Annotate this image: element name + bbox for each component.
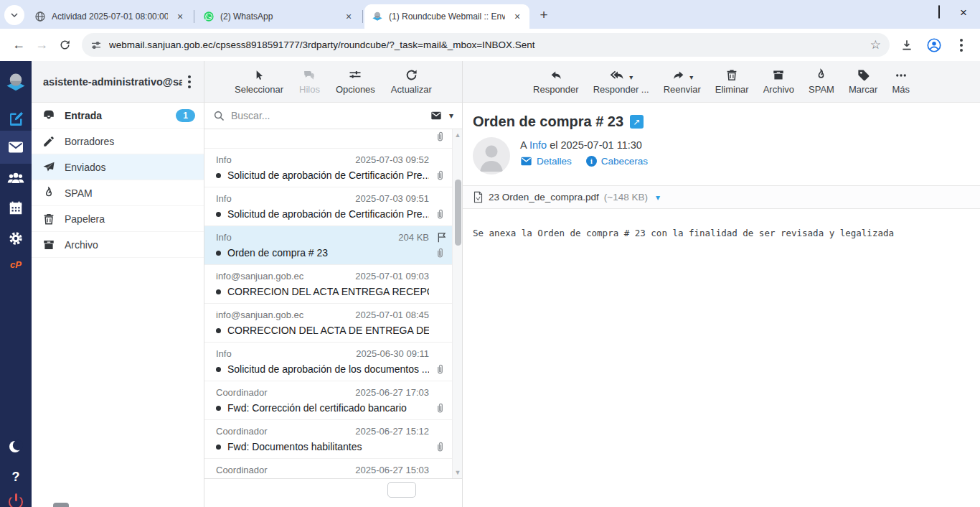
- mail-nav-button[interactable]: [0, 131, 32, 164]
- bookmark-star-icon[interactable]: ☆: [870, 37, 881, 52]
- options-button[interactable]: Opciones: [336, 68, 375, 95]
- tab-search-button[interactable]: [4, 5, 24, 25]
- list-scrollbar[interactable]: ▲ ▼: [452, 129, 462, 478]
- tab-roundcube-active[interactable]: (1) Roundcube Webmail :: Envia ×: [364, 4, 529, 29]
- search-input[interactable]: [231, 110, 423, 121]
- message-row[interactable]: Info2025-06-30 09:11 Solicitud de aproba…: [204, 343, 462, 381]
- search-scope-mail-icon[interactable]: [429, 110, 443, 121]
- scrollbar-thumb[interactable]: [455, 180, 461, 246]
- open-in-new-window-icon[interactable]: ↗: [630, 115, 644, 129]
- forward-caret-icon[interactable]: ▾: [689, 73, 693, 81]
- select-button[interactable]: Seleccionar: [235, 68, 283, 95]
- more-label: Más: [892, 84, 910, 95]
- details-link[interactable]: Detalles: [520, 156, 572, 167]
- spam-button[interactable]: SPAM: [809, 68, 834, 95]
- attachment-size: (~148 KB): [604, 192, 648, 203]
- tab-actividad[interactable]: Actividad 2025-07-01 08:00:00 ×: [27, 4, 192, 29]
- message-row[interactable]: Coordinador2025-06-27 17:03 Fwd: Correcc…: [204, 381, 462, 420]
- tab-title: (2) WhatsApp: [220, 11, 336, 22]
- delete-button[interactable]: Eliminar: [715, 68, 749, 95]
- spam-label: SPAM: [809, 84, 834, 95]
- message-row[interactable]: Solicitud de aprobación de Certificación…: [204, 129, 462, 149]
- folder-borradores[interactable]: Borradores: [32, 129, 204, 154]
- browser-menu-icon[interactable]: [950, 34, 973, 57]
- reply-all-caret-icon[interactable]: ▾: [629, 73, 633, 81]
- message-subject-row: Orden de compra # 23 ↗: [463, 103, 980, 130]
- recipient-link[interactable]: Info: [529, 139, 547, 151]
- more-button[interactable]: Más: [892, 68, 910, 95]
- search-options-caret-icon[interactable]: ▾: [449, 111, 453, 121]
- profile-avatar-icon[interactable]: [923, 34, 946, 57]
- folder-enviados[interactable]: Enviados: [32, 154, 204, 180]
- message-row-selected[interactable]: Info204 KB Orden de compra # 23: [204, 226, 462, 265]
- logout-button[interactable]: [0, 487, 32, 507]
- roundcube-app: cP ? asistente-administrativo@sa... Entr…: [0, 61, 980, 507]
- tab-whatsapp[interactable]: (2) WhatsApp ×: [196, 4, 361, 29]
- message-row[interactable]: info@sanjuan.gob.ec2025-07-01 09:03 CORR…: [204, 265, 462, 304]
- site-settings-icon[interactable]: [90, 39, 102, 51]
- calendar-nav-button[interactable]: [0, 193, 32, 223]
- message-row[interactable]: Info2025-07-03 09:51 Solicitud de aproba…: [204, 187, 462, 226]
- folder-archivo[interactable]: Archivo: [32, 232, 204, 258]
- threads-button[interactable]: Hilos: [299, 68, 320, 95]
- mark-button[interactable]: Marcar: [849, 68, 877, 95]
- forward-button[interactable]: →: [30, 34, 53, 57]
- close-icon[interactable]: ×: [960, 6, 967, 19]
- address-bar[interactable]: webmail.sanjuan.gob.ec/cpsess8918591777/…: [82, 33, 890, 57]
- scroll-up-icon[interactable]: ▲: [454, 131, 461, 139]
- msg-subject: CORRECCION DEL ACTA DE ENTREGA DE L...: [227, 322, 429, 339]
- account-menu-icon[interactable]: [182, 75, 197, 88]
- reply-all-button[interactable]: ▾ Responder ...: [593, 68, 649, 95]
- refresh-button[interactable]: Actualizar: [391, 68, 432, 95]
- archive-icon: [42, 238, 55, 251]
- mail-icon: [7, 139, 24, 156]
- message-row[interactable]: Info2025-07-03 09:52 Solicitud de aproba…: [204, 149, 462, 187]
- cpanel-link[interactable]: cP: [0, 249, 32, 279]
- message-row[interactable]: info@sanjuan.gob.ec2025-07-01 08:45 CORR…: [204, 304, 462, 343]
- attachment-name[interactable]: 23 Orden_de_compra.pdf: [489, 192, 599, 203]
- compose-button[interactable]: [0, 104, 32, 134]
- folder-papelera[interactable]: Papelera: [32, 206, 204, 232]
- restore-icon[interactable]: [938, 6, 940, 19]
- headers-link[interactable]: i Cabeceras: [586, 156, 648, 167]
- tab-close-icon[interactable]: ×: [511, 10, 524, 23]
- folder-label: Borradores: [65, 136, 114, 147]
- account-email: asistente-administrativo@sa...: [43, 76, 182, 88]
- archive-icon: [772, 68, 785, 82]
- tab-separator: [362, 10, 363, 23]
- back-button[interactable]: ←: [7, 34, 30, 57]
- scroll-down-icon[interactable]: ▼: [454, 469, 461, 476]
- list-toolbar: Seleccionar Hilos Opciones Actualizar: [204, 61, 462, 103]
- message-row[interactable]: Coordinador2025-06-27 15:03 Fwd: ENTREGA…: [204, 459, 462, 478]
- msg-subject: Fwd: Documentos habilitantes: [227, 439, 362, 455]
- contacts-nav-button[interactable]: [0, 163, 32, 193]
- globe-icon: [34, 11, 46, 22]
- archive-button[interactable]: Archivo: [763, 68, 794, 95]
- cursor-icon: [253, 69, 265, 82]
- msg-date: 2025-07-03 09:51: [355, 191, 429, 206]
- tab-close-icon[interactable]: ×: [174, 10, 187, 23]
- attachment-menu-caret-icon[interactable]: ▾: [656, 192, 660, 203]
- message-row[interactable]: Coordinador2025-06-27 15:12 Fwd: Documen…: [204, 420, 462, 459]
- reply-button[interactable]: Responder: [533, 68, 579, 95]
- reload-button[interactable]: [53, 34, 76, 57]
- chevron-down-icon: [10, 11, 19, 19]
- tab-close-icon[interactable]: ×: [342, 10, 355, 23]
- flag-icon[interactable]: [436, 231, 448, 243]
- downloads-icon[interactable]: [895, 34, 918, 57]
- attachment-bar[interactable]: 23 Orden_de_compra.pdf (~148 KB) ▾: [463, 185, 980, 209]
- forward-button[interactable]: ▾ Reenviar: [664, 68, 701, 95]
- folder-entrada[interactable]: Entrada 1: [32, 103, 204, 129]
- compose-icon: [7, 111, 24, 128]
- msg-date: 2025-07-01 09:03: [355, 269, 429, 284]
- page-number-input[interactable]: [387, 482, 416, 498]
- folder-spam[interactable]: SPAM: [32, 180, 204, 206]
- msg-subject: Orden de compra # 23: [227, 245, 328, 261]
- threads-label: Hilos: [299, 84, 320, 95]
- new-tab-button[interactable]: +: [534, 5, 554, 25]
- dark-mode-toggle[interactable]: [0, 432, 32, 462]
- reply-label: Responder: [533, 84, 579, 95]
- unread-dot: [216, 212, 221, 217]
- app-rail: cP ?: [0, 61, 32, 507]
- search-icon: [213, 110, 225, 122]
